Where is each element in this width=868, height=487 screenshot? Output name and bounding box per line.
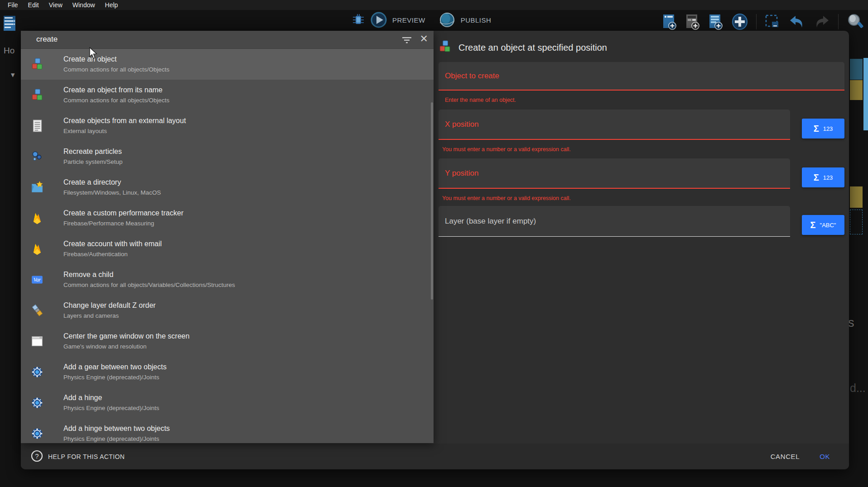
menu-item-file[interactable]: File (3, 1, 23, 9)
ok-button[interactable]: OK (820, 453, 830, 460)
preview-button[interactable]: PREVIEW (392, 16, 425, 24)
background-scrollbar-thumb[interactable] (863, 58, 868, 130)
search-result-item[interactable]: Recreate particles Particle system/Setup (21, 141, 434, 172)
result-title: Create an object from its name (63, 86, 169, 94)
close-icon[interactable]: ✕ (420, 34, 428, 44)
add-external-events-icon[interactable] (685, 14, 700, 30)
x-expression-button[interactable]: Σ 123 (802, 119, 844, 138)
search-result-item[interactable]: Create an object Common actions for all … (21, 49, 434, 80)
result-group-path: Physics Engine (deprecated)/Joints (63, 405, 159, 411)
sigma-icon: Σ (814, 124, 819, 133)
toolbar-divider (838, 14, 839, 29)
object-helper-text: Enter the name of an object. (445, 97, 516, 103)
layer-expression-button[interactable]: Σ "ABC" (802, 215, 844, 235)
firebase-flame-icon (31, 243, 43, 255)
particles-icon (31, 150, 43, 163)
y-position-field[interactable]: Y position (439, 158, 790, 189)
svg-text:Var: Var (34, 277, 41, 283)
search-result-item[interactable]: Create an object from its name Common ac… (21, 80, 434, 110)
edit-selection-icon[interactable] (764, 14, 781, 30)
result-title: Create a directory (63, 178, 161, 186)
physics-joint-icon (31, 366, 43, 378)
dialog-title: Create an object at specified position (458, 43, 607, 53)
search-result-item[interactable]: Center the game window on the screen Gam… (21, 326, 434, 357)
search-icon[interactable] (846, 13, 863, 31)
object-to-create-field[interactable]: Object to create (439, 62, 844, 91)
z-order-icon (31, 304, 43, 317)
y-expression-button[interactable]: Σ 123 (802, 167, 844, 187)
y-position-label: Y position (445, 169, 478, 178)
objects-cubes-icon (31, 89, 43, 101)
svg-text:?: ? (35, 452, 39, 460)
result-group-path: Common actions for all objects/Objects (63, 66, 169, 73)
firebase-flame-icon (31, 212, 43, 224)
background-event-block-gold (850, 80, 863, 100)
layer-label: Layer (base layer if empty) (445, 217, 536, 226)
search-result-item[interactable]: Create account with with email Firebase/… (21, 234, 434, 264)
result-group-path: Common actions for all objects/Objects (63, 97, 169, 104)
toolbar-divider (756, 14, 757, 29)
result-title: Create a custom performance tracker (63, 209, 183, 217)
gdevelop-app: { "menu_bar": { "items": ["File", "Edit"… (0, 0, 868, 487)
search-result-item[interactable]: Create a custom performance tracker Fire… (21, 203, 434, 234)
background-drop-indicator (850, 210, 863, 234)
publish-globe-icon[interactable] (439, 12, 455, 28)
objects-cubes-icon (31, 58, 43, 71)
add-scene-icon[interactable] (662, 14, 677, 30)
search-result-item[interactable]: Add a hinge between two objects Physics … (21, 418, 434, 443)
physics-joint-icon (31, 427, 43, 440)
menu-item-window[interactable]: Window (68, 1, 100, 9)
background-edge-text: s (848, 316, 854, 330)
add-external-layout-icon[interactable] (708, 14, 723, 30)
chevron-down-icon[interactable]: ▾ (11, 70, 15, 80)
redo-icon[interactable] (813, 14, 830, 29)
folder-star-icon (31, 181, 43, 194)
x-position-field[interactable]: X position (439, 110, 790, 140)
search-result-item[interactable]: Create a directory Filesystem/Windows, L… (21, 172, 434, 203)
result-title: Center the game window on the screen (63, 332, 189, 340)
instruction-search-panel: create ✕ Create an object Common actions… (21, 31, 434, 443)
publish-button[interactable]: PUBLISH (461, 16, 492, 24)
object-to-create-label: Object to create (445, 72, 499, 81)
menu-item-view[interactable]: View (44, 1, 68, 9)
home-tab-label[interactable]: Ho (4, 46, 14, 56)
filter-icon[interactable] (401, 35, 412, 47)
menu-item-help[interactable]: Help (100, 1, 123, 9)
result-title: Add a gear between two objects (63, 363, 167, 371)
help-for-this-action-button[interactable]: ? HELP FOR THIS ACTION (31, 450, 125, 463)
physics-joint-icon (31, 396, 43, 409)
search-input[interactable]: create (36, 35, 58, 44)
result-title: Change layer default Z order (63, 301, 156, 310)
game-window-icon (31, 335, 43, 348)
result-group-path: Firebase/Authentication (63, 251, 162, 258)
results-scrollbar-thumb[interactable] (431, 102, 433, 300)
search-result-item[interactable]: Var Remove a child Common actions for al… (21, 264, 434, 295)
cancel-button[interactable]: CANCEL (771, 453, 800, 460)
add-resource-icon[interactable] (731, 13, 748, 30)
result-title: Create an object (63, 55, 169, 63)
search-result-item[interactable]: Add a gear between two objects Physics E… (21, 357, 434, 387)
y-position-error-text: You must enter a number or a valid expre… (442, 195, 571, 201)
result-group-path: Physics Engine (deprecated)/Joints (63, 435, 170, 442)
preview-play-icon[interactable] (371, 12, 387, 28)
search-result-item[interactable]: Add a hinge Physics Engine (deprecated)/… (21, 387, 434, 418)
menu-item-edit[interactable]: Edit (23, 1, 44, 9)
project-manager-icon[interactable] (3, 14, 17, 32)
variable-icon: Var (31, 273, 43, 286)
x-position-label: X position (445, 120, 479, 129)
help-circle-icon: ? (31, 450, 43, 463)
search-result-item[interactable]: Change layer default Z order Layers and … (21, 295, 434, 326)
debugger-icon[interactable] (352, 12, 365, 28)
search-result-item[interactable]: Create objects from an external layout E… (21, 110, 434, 141)
result-title: Create objects from an external layout (63, 117, 186, 125)
background-event-block-gold (850, 186, 863, 208)
objects-cubes-icon (439, 40, 451, 55)
result-group-path: Common actions for all objects/Variables… (63, 282, 235, 288)
result-title: Add a hinge (63, 394, 159, 402)
result-group-path: External layouts (63, 128, 186, 134)
result-group-path: Layers and cameras (63, 312, 156, 319)
menu-bar: FileEditViewWindowHelp (0, 0, 868, 10)
layer-field[interactable]: Layer (base layer if empty) (439, 206, 790, 237)
x-position-error-text: You must enter a number or a valid expre… (442, 146, 571, 153)
undo-icon[interactable] (788, 14, 805, 29)
